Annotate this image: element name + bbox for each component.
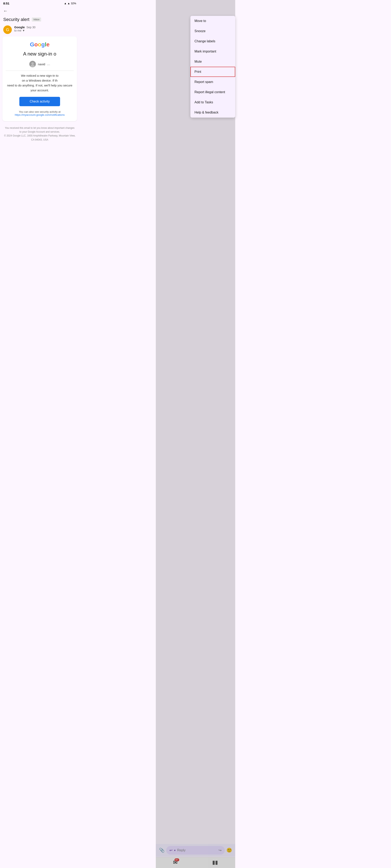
status-bar: 8:51 ▲ ▲ 32% — [0, 0, 79, 6]
email-body-text: We noticed a new sign-in toon a Windows … — [6, 73, 74, 93]
status-icons: ▲ ▲ 32% — [64, 2, 76, 5]
google-logo: Google — [6, 41, 74, 48]
sender-name: Google — [14, 25, 25, 29]
user-row: navid — [6, 61, 74, 67]
inbox-badge: Inbox — [32, 18, 41, 22]
divider — [6, 70, 74, 71]
avatar: G — [3, 25, 12, 34]
sender-date: Sep 30 — [26, 26, 35, 29]
status-time: 8:51 — [3, 2, 9, 5]
footer-text: You received this email to let you know … — [4, 127, 75, 141]
email-title-row: Security alert Inbox — [0, 16, 79, 24]
email-header: ← — [0, 6, 79, 16]
sender-info: Google Sep 30 to me ▼ — [14, 25, 35, 32]
security-link[interactable]: https://myaccount.google.com/notificatio… — [15, 113, 65, 116]
sender-name-row: Google Sep 30 — [14, 25, 35, 29]
security-link-text: You can also see security activity at ht… — [6, 110, 74, 116]
email-footer: You received this email to let you know … — [0, 124, 79, 145]
check-activity-button[interactable]: Check activity — [19, 97, 60, 106]
sender-row: G Google Sep 30 to me ▼ — [0, 24, 79, 36]
chevron-down-icon: ▼ — [22, 29, 25, 32]
username-highlight — [47, 64, 50, 65]
email-headline: A new sign-in o — [6, 51, 74, 57]
svg-point-1 — [31, 62, 34, 65]
battery-text: 32% — [71, 2, 76, 5]
user-avatar — [29, 61, 36, 67]
back-button[interactable]: ← — [3, 7, 9, 14]
email-title: Security alert — [3, 17, 29, 22]
sender-to[interactable]: to me ▼ — [14, 29, 35, 32]
signal-icon: ▲ — [67, 2, 70, 5]
user-name: navid — [38, 62, 50, 66]
wifi-icon: ▲ — [64, 2, 66, 5]
email-body-card: Google A new sign-in o navid We noticed … — [2, 36, 77, 121]
